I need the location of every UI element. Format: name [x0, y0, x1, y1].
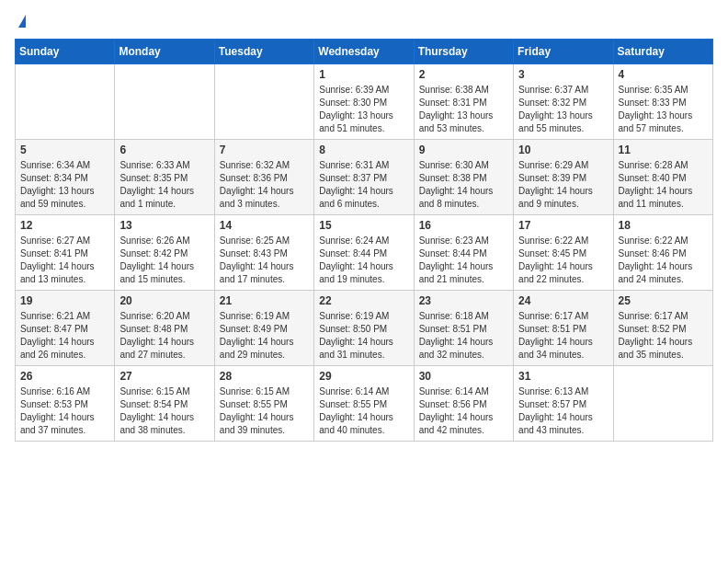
day-info: Sunrise: 6:37 AMSunset: 8:32 PMDaylight:… — [518, 84, 608, 135]
day-number: 27 — [119, 370, 209, 383]
calendar-cell — [214, 64, 313, 140]
calendar-cell: 14Sunrise: 6:25 AMSunset: 8:43 PMDayligh… — [214, 215, 313, 291]
calendar-cell: 22Sunrise: 6:19 AMSunset: 8:50 PMDayligh… — [314, 291, 414, 366]
day-info: Sunrise: 6:14 AMSunset: 8:55 PMDaylight:… — [319, 385, 408, 437]
day-number: 23 — [419, 294, 508, 307]
calendar-cell: 17Sunrise: 6:22 AMSunset: 8:45 PMDayligh… — [514, 215, 613, 291]
day-info: Sunrise: 6:39 AMSunset: 8:30 PMDaylight:… — [319, 84, 408, 135]
day-number: 24 — [518, 294, 608, 307]
calendar-cell — [115, 64, 214, 140]
calendar-cell: 1Sunrise: 6:39 AMSunset: 8:30 PMDaylight… — [314, 64, 414, 140]
calendar-cell: 30Sunrise: 6:14 AMSunset: 8:56 PMDayligh… — [414, 366, 513, 442]
day-number: 25 — [619, 294, 708, 307]
day-number: 13 — [119, 219, 209, 232]
weekday-header-sunday: Sunday — [16, 40, 115, 64]
weekday-header-monday: Monday — [115, 40, 214, 64]
day-info: Sunrise: 6:19 AMSunset: 8:50 PMDaylight:… — [319, 310, 408, 362]
calendar-cell: 19Sunrise: 6:21 AMSunset: 8:47 PMDayligh… — [16, 291, 115, 366]
calendar-cell: 8Sunrise: 6:31 AMSunset: 8:37 PMDaylight… — [314, 140, 414, 215]
calendar-cell: 9Sunrise: 6:30 AMSunset: 8:38 PMDaylight… — [414, 140, 513, 215]
weekday-header-friday: Friday — [514, 40, 613, 64]
calendar-cell: 10Sunrise: 6:29 AMSunset: 8:39 PMDayligh… — [514, 140, 613, 215]
day-number: 19 — [20, 294, 109, 307]
weekday-header-row: SundayMondayTuesdayWednesdayThursdayFrid… — [16, 40, 713, 64]
day-number: 30 — [419, 370, 508, 383]
day-info: Sunrise: 6:35 AMSunset: 8:33 PMDaylight:… — [619, 84, 708, 135]
day-info: Sunrise: 6:14 AMSunset: 8:56 PMDaylight:… — [419, 385, 508, 437]
day-info: Sunrise: 6:38 AMSunset: 8:31 PMDaylight:… — [419, 84, 508, 135]
calendar-cell: 28Sunrise: 6:15 AMSunset: 8:55 PMDayligh… — [214, 366, 313, 442]
day-number: 16 — [419, 219, 508, 232]
calendar-cell: 3Sunrise: 6:37 AMSunset: 8:32 PMDaylight… — [514, 64, 613, 140]
weekday-header-wednesday: Wednesday — [314, 40, 414, 64]
day-number: 2 — [419, 68, 508, 81]
logo-triangle-icon — [18, 15, 26, 28]
day-info: Sunrise: 6:19 AMSunset: 8:49 PMDaylight:… — [220, 310, 309, 362]
day-number: 12 — [20, 219, 109, 232]
day-number: 31 — [518, 370, 608, 383]
calendar-cell: 25Sunrise: 6:17 AMSunset: 8:52 PMDayligh… — [613, 291, 712, 366]
day-number: 28 — [220, 370, 309, 383]
day-info: Sunrise: 6:26 AMSunset: 8:42 PMDaylight:… — [119, 235, 209, 286]
calendar-cell: 13Sunrise: 6:26 AMSunset: 8:42 PMDayligh… — [115, 215, 214, 291]
day-info: Sunrise: 6:15 AMSunset: 8:55 PMDaylight:… — [220, 385, 309, 437]
calendar-cell: 11Sunrise: 6:28 AMSunset: 8:40 PMDayligh… — [613, 140, 712, 215]
calendar-cell: 4Sunrise: 6:35 AMSunset: 8:33 PMDaylight… — [613, 64, 712, 140]
calendar-cell: 26Sunrise: 6:16 AMSunset: 8:53 PMDayligh… — [16, 366, 115, 442]
calendar-cell: 6Sunrise: 6:33 AMSunset: 8:35 PMDaylight… — [115, 140, 214, 215]
calendar-table: SundayMondayTuesdayWednesdayThursdayFrid… — [15, 39, 713, 442]
day-number: 10 — [518, 144, 608, 156]
day-info: Sunrise: 6:27 AMSunset: 8:41 PMDaylight:… — [20, 235, 109, 286]
calendar-cell: 24Sunrise: 6:17 AMSunset: 8:51 PMDayligh… — [514, 291, 613, 366]
calendar-cell: 23Sunrise: 6:18 AMSunset: 8:51 PMDayligh… — [414, 291, 513, 366]
day-number: 4 — [619, 68, 708, 81]
calendar-cell — [613, 366, 712, 442]
day-info: Sunrise: 6:22 AMSunset: 8:45 PMDaylight:… — [518, 235, 608, 286]
calendar-cell: 12Sunrise: 6:27 AMSunset: 8:41 PMDayligh… — [16, 215, 115, 291]
day-info: Sunrise: 6:23 AMSunset: 8:44 PMDaylight:… — [419, 235, 508, 286]
calendar-cell: 15Sunrise: 6:24 AMSunset: 8:44 PMDayligh… — [314, 215, 414, 291]
day-info: Sunrise: 6:15 AMSunset: 8:54 PMDaylight:… — [119, 385, 209, 437]
calendar-week-row: 12Sunrise: 6:27 AMSunset: 8:41 PMDayligh… — [16, 215, 713, 291]
day-info: Sunrise: 6:20 AMSunset: 8:48 PMDaylight:… — [119, 310, 209, 362]
day-info: Sunrise: 6:13 AMSunset: 8:57 PMDaylight:… — [518, 385, 608, 437]
day-number: 22 — [319, 294, 408, 307]
calendar-cell: 21Sunrise: 6:19 AMSunset: 8:49 PMDayligh… — [214, 291, 313, 366]
day-number: 18 — [619, 219, 708, 232]
calendar-week-row: 19Sunrise: 6:21 AMSunset: 8:47 PMDayligh… — [16, 291, 713, 366]
day-info: Sunrise: 6:18 AMSunset: 8:51 PMDaylight:… — [419, 310, 508, 362]
weekday-header-thursday: Thursday — [414, 40, 513, 64]
day-number: 5 — [20, 144, 109, 156]
day-number: 17 — [518, 219, 608, 232]
day-info: Sunrise: 6:28 AMSunset: 8:40 PMDaylight:… — [619, 159, 708, 211]
day-number: 6 — [119, 144, 209, 156]
calendar-cell: 5Sunrise: 6:34 AMSunset: 8:34 PMDaylight… — [16, 140, 115, 215]
page-header — [15, 15, 713, 28]
day-number: 8 — [319, 144, 408, 156]
day-info: Sunrise: 6:17 AMSunset: 8:52 PMDaylight:… — [619, 310, 708, 362]
calendar-cell: 29Sunrise: 6:14 AMSunset: 8:55 PMDayligh… — [314, 366, 414, 442]
day-number: 26 — [20, 370, 109, 383]
calendar-cell: 20Sunrise: 6:20 AMSunset: 8:48 PMDayligh… — [115, 291, 214, 366]
day-info: Sunrise: 6:30 AMSunset: 8:38 PMDaylight:… — [419, 159, 508, 211]
calendar-cell — [16, 64, 115, 140]
calendar-cell: 2Sunrise: 6:38 AMSunset: 8:31 PMDaylight… — [414, 64, 513, 140]
day-number: 11 — [619, 144, 708, 156]
day-number: 3 — [518, 68, 608, 81]
day-info: Sunrise: 6:34 AMSunset: 8:34 PMDaylight:… — [20, 159, 109, 211]
day-number: 20 — [119, 294, 209, 307]
day-info: Sunrise: 6:17 AMSunset: 8:51 PMDaylight:… — [518, 310, 608, 362]
day-info: Sunrise: 6:25 AMSunset: 8:43 PMDaylight:… — [220, 235, 309, 286]
day-number: 14 — [220, 219, 309, 232]
day-info: Sunrise: 6:16 AMSunset: 8:53 PMDaylight:… — [20, 385, 109, 437]
calendar-week-row: 1Sunrise: 6:39 AMSunset: 8:30 PMDaylight… — [16, 64, 713, 140]
day-number: 7 — [220, 144, 309, 156]
day-number: 9 — [419, 144, 508, 156]
day-info: Sunrise: 6:24 AMSunset: 8:44 PMDaylight:… — [319, 235, 408, 286]
day-number: 1 — [319, 68, 408, 81]
day-info: Sunrise: 6:31 AMSunset: 8:37 PMDaylight:… — [319, 159, 408, 211]
calendar-week-row: 26Sunrise: 6:16 AMSunset: 8:53 PMDayligh… — [16, 366, 713, 442]
day-number: 15 — [319, 219, 408, 232]
calendar-cell: 7Sunrise: 6:32 AMSunset: 8:36 PMDaylight… — [214, 140, 313, 215]
calendar-cell: 27Sunrise: 6:15 AMSunset: 8:54 PMDayligh… — [115, 366, 214, 442]
